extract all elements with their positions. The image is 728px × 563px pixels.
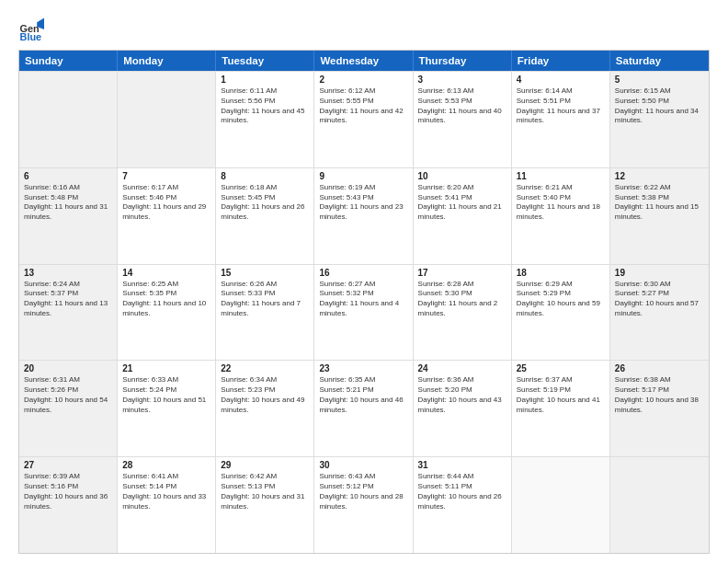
day-cell-25: 25Sunrise: 6:37 AM Sunset: 5:19 PM Dayli… — [512, 361, 610, 456]
day-number: 7 — [122, 171, 210, 181]
day-cell-4: 4Sunrise: 6:14 AM Sunset: 5:51 PM Daylig… — [512, 72, 610, 167]
day-cell-28: 28Sunrise: 6:41 AM Sunset: 5:14 PM Dayli… — [118, 457, 216, 553]
day-number: 30 — [319, 460, 407, 470]
day-cell-21: 21Sunrise: 6:33 AM Sunset: 5:24 PM Dayli… — [118, 361, 216, 456]
weekday-header-sunday: Sunday — [19, 51, 118, 71]
day-cell-1: 1Sunrise: 6:11 AM Sunset: 5:56 PM Daylig… — [216, 72, 314, 167]
day-info: Sunrise: 6:25 AM Sunset: 5:35 PM Dayligh… — [122, 280, 210, 319]
svg-text:Blue: Blue — [20, 31, 42, 42]
calendar-week-2: 6Sunrise: 6:16 AM Sunset: 5:48 PM Daylig… — [19, 167, 709, 264]
day-cell-7: 7Sunrise: 6:17 AM Sunset: 5:46 PM Daylig… — [118, 168, 216, 264]
day-info: Sunrise: 6:39 AM Sunset: 5:16 PM Dayligh… — [24, 472, 112, 511]
day-number: 9 — [319, 171, 407, 181]
day-number: 8 — [221, 171, 309, 181]
day-info: Sunrise: 6:27 AM Sunset: 5:32 PM Dayligh… — [319, 280, 407, 319]
day-cell-8: 8Sunrise: 6:18 AM Sunset: 5:45 PM Daylig… — [216, 168, 314, 264]
day-number: 29 — [221, 460, 309, 470]
day-cell-24: 24Sunrise: 6:36 AM Sunset: 5:20 PM Dayli… — [414, 361, 512, 456]
day-cell-19: 19Sunrise: 6:30 AM Sunset: 5:27 PM Dayli… — [610, 265, 709, 361]
day-info: Sunrise: 6:18 AM Sunset: 5:45 PM Dayligh… — [221, 183, 309, 223]
day-number: 21 — [122, 363, 210, 373]
day-number: 2 — [319, 75, 407, 85]
day-info: Sunrise: 6:14 AM Sunset: 5:51 PM Dayligh… — [517, 86, 605, 126]
day-info: Sunrise: 6:22 AM Sunset: 5:38 PM Dayligh… — [615, 183, 704, 223]
day-info: Sunrise: 6:19 AM Sunset: 5:43 PM Dayligh… — [319, 183, 407, 223]
day-info: Sunrise: 6:42 AM Sunset: 5:13 PM Dayligh… — [221, 472, 309, 511]
day-number: 24 — [418, 363, 506, 373]
day-number: 23 — [319, 363, 407, 373]
day-info: Sunrise: 6:44 AM Sunset: 5:11 PM Dayligh… — [418, 472, 506, 511]
day-number: 17 — [418, 268, 506, 278]
day-info: Sunrise: 6:29 AM Sunset: 5:29 PM Dayligh… — [517, 280, 605, 319]
day-number: 13 — [24, 268, 112, 278]
calendar-header: SundayMondayTuesdayWednesdayThursdayFrid… — [19, 51, 709, 71]
day-number: 3 — [418, 75, 506, 85]
day-info: Sunrise: 6:20 AM Sunset: 5:41 PM Dayligh… — [418, 183, 506, 223]
day-number: 4 — [517, 75, 605, 85]
day-info: Sunrise: 6:16 AM Sunset: 5:48 PM Dayligh… — [24, 183, 112, 223]
day-info: Sunrise: 6:13 AM Sunset: 5:53 PM Dayligh… — [418, 86, 506, 126]
day-cell-3: 3Sunrise: 6:13 AM Sunset: 5:53 PM Daylig… — [414, 72, 512, 167]
day-number: 16 — [319, 268, 407, 278]
empty-cell — [118, 72, 216, 167]
day-number: 27 — [24, 460, 112, 470]
day-info: Sunrise: 6:43 AM Sunset: 5:12 PM Dayligh… — [319, 472, 407, 511]
day-info: Sunrise: 6:28 AM Sunset: 5:30 PM Dayligh… — [418, 280, 506, 319]
day-number: 22 — [221, 363, 309, 373]
day-number: 25 — [517, 363, 605, 373]
logo-icon: Gen Blue — [18, 17, 44, 42]
day-cell-31: 31Sunrise: 6:44 AM Sunset: 5:11 PM Dayli… — [414, 457, 512, 553]
calendar-week-1: 1Sunrise: 6:11 AM Sunset: 5:56 PM Daylig… — [19, 71, 709, 167]
day-cell-6: 6Sunrise: 6:16 AM Sunset: 5:48 PM Daylig… — [19, 168, 118, 264]
day-cell-2: 2Sunrise: 6:12 AM Sunset: 5:55 PM Daylig… — [314, 72, 413, 167]
day-number: 12 — [615, 171, 704, 181]
weekday-header-tuesday: Tuesday — [216, 51, 314, 71]
day-info: Sunrise: 6:12 AM Sunset: 5:55 PM Dayligh… — [319, 86, 407, 126]
calendar-week-3: 13Sunrise: 6:24 AM Sunset: 5:37 PM Dayli… — [19, 264, 709, 361]
day-info: Sunrise: 6:33 AM Sunset: 5:24 PM Dayligh… — [122, 375, 210, 415]
day-number: 5 — [615, 75, 704, 85]
day-number: 15 — [221, 268, 309, 278]
weekday-header-friday: Friday — [512, 51, 610, 71]
calendar-body: 1Sunrise: 6:11 AM Sunset: 5:56 PM Daylig… — [19, 71, 709, 553]
day-cell-29: 29Sunrise: 6:42 AM Sunset: 5:13 PM Dayli… — [216, 457, 314, 553]
day-number: 28 — [122, 460, 210, 470]
calendar: SundayMondayTuesdayWednesdayThursdayFrid… — [18, 50, 710, 554]
empty-cell — [512, 457, 610, 553]
day-info: Sunrise: 6:30 AM Sunset: 5:27 PM Dayligh… — [615, 280, 704, 319]
day-info: Sunrise: 6:41 AM Sunset: 5:14 PM Dayligh… — [122, 472, 210, 511]
logo: Gen Blue — [18, 17, 48, 42]
day-number: 31 — [418, 460, 506, 470]
day-number: 18 — [517, 268, 605, 278]
day-cell-10: 10Sunrise: 6:20 AM Sunset: 5:41 PM Dayli… — [414, 168, 512, 264]
day-info: Sunrise: 6:17 AM Sunset: 5:46 PM Dayligh… — [122, 183, 210, 223]
empty-cell — [19, 72, 118, 167]
weekday-header-saturday: Saturday — [610, 51, 709, 71]
day-info: Sunrise: 6:35 AM Sunset: 5:21 PM Dayligh… — [319, 375, 407, 415]
day-cell-13: 13Sunrise: 6:24 AM Sunset: 5:37 PM Dayli… — [19, 265, 118, 361]
day-cell-12: 12Sunrise: 6:22 AM Sunset: 5:38 PM Dayli… — [610, 168, 709, 264]
day-info: Sunrise: 6:38 AM Sunset: 5:17 PM Dayligh… — [615, 375, 704, 415]
day-info: Sunrise: 6:21 AM Sunset: 5:40 PM Dayligh… — [517, 183, 605, 223]
day-info: Sunrise: 6:11 AM Sunset: 5:56 PM Dayligh… — [221, 86, 309, 126]
day-info: Sunrise: 6:31 AM Sunset: 5:26 PM Dayligh… — [24, 375, 112, 415]
day-cell-14: 14Sunrise: 6:25 AM Sunset: 5:35 PM Dayli… — [118, 265, 216, 361]
day-info: Sunrise: 6:36 AM Sunset: 5:20 PM Dayligh… — [418, 375, 506, 415]
weekday-header-monday: Monday — [118, 51, 216, 71]
day-number: 11 — [517, 171, 605, 181]
day-cell-16: 16Sunrise: 6:27 AM Sunset: 5:32 PM Dayli… — [314, 265, 413, 361]
page-header: Gen Blue — [18, 17, 710, 42]
day-cell-18: 18Sunrise: 6:29 AM Sunset: 5:29 PM Dayli… — [512, 265, 610, 361]
day-number: 26 — [615, 363, 704, 373]
day-cell-15: 15Sunrise: 6:26 AM Sunset: 5:33 PM Dayli… — [216, 265, 314, 361]
day-cell-11: 11Sunrise: 6:21 AM Sunset: 5:40 PM Dayli… — [512, 168, 610, 264]
day-cell-23: 23Sunrise: 6:35 AM Sunset: 5:21 PM Dayli… — [314, 361, 413, 456]
day-number: 10 — [418, 171, 506, 181]
calendar-week-5: 27Sunrise: 6:39 AM Sunset: 5:16 PM Dayli… — [19, 456, 709, 553]
day-cell-26: 26Sunrise: 6:38 AM Sunset: 5:17 PM Dayli… — [610, 361, 709, 456]
day-info: Sunrise: 6:15 AM Sunset: 5:50 PM Dayligh… — [615, 86, 704, 126]
day-info: Sunrise: 6:24 AM Sunset: 5:37 PM Dayligh… — [24, 280, 112, 319]
day-info: Sunrise: 6:26 AM Sunset: 5:33 PM Dayligh… — [221, 280, 309, 319]
day-cell-20: 20Sunrise: 6:31 AM Sunset: 5:26 PM Dayli… — [19, 361, 118, 456]
day-number: 14 — [122, 268, 210, 278]
